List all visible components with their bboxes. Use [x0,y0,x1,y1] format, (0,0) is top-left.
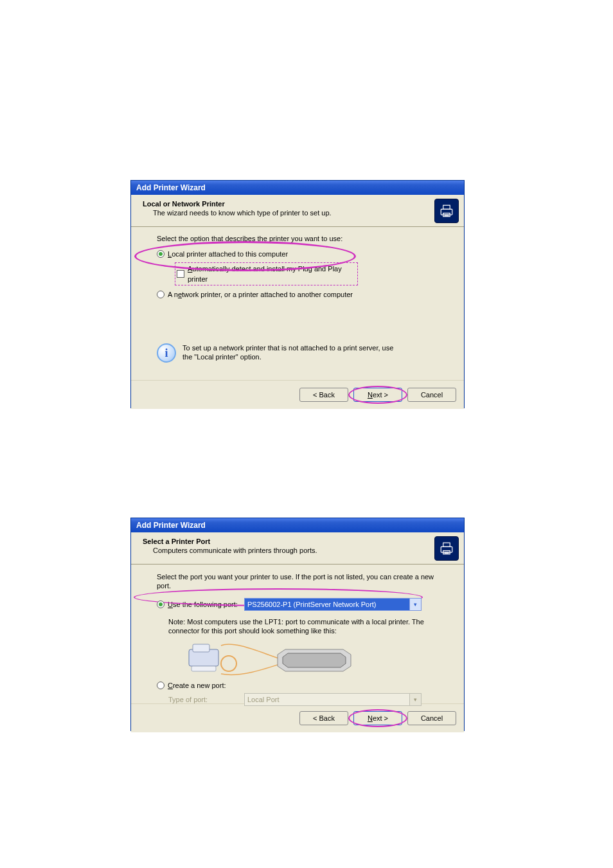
svg-rect-6 [443,543,450,547]
connector-illustration [182,640,375,678]
wizard-header: Local or Network Printer The wizard need… [131,195,464,227]
prompt-text: Select the option that describes the pri… [157,235,445,242]
port-type-dropdown: Local Port ▾ [244,693,422,706]
prompt-text: Select the port you want your printer to… [157,572,440,590]
radio-label: Use the following port: [168,599,238,610]
back-button[interactable]: < Back [299,388,348,402]
titlebar[interactable]: Add Printer Wizard [131,181,464,195]
radio-local-printer[interactable]: Local printer attached to this computer [157,249,445,259]
type-label: Type of port: [168,696,244,703]
wizard-header: Select a Printer Port Computers communic… [131,532,464,565]
svg-rect-5 [441,547,452,552]
port-dropdown[interactable]: PS256002-P1 (PrintServer Network Port) ▾ [244,598,422,611]
port-row: Use the following port: PS256002-P1 (Pri… [157,598,445,611]
radio-icon [157,291,164,298]
radio-network-printer[interactable]: A network printer, or a printer attached… [157,289,445,300]
checkbox-icon [177,270,184,278]
radio-icon [157,250,164,258]
header-title: Local or Network Printer [143,200,458,208]
header-title: Select a Printer Port [143,538,458,545]
printer-icon [434,199,459,223]
svg-rect-0 [441,209,452,215]
info-panel: i To set up a network printer that is no… [157,343,445,363]
cancel-button[interactable]: Cancel [407,711,456,725]
button-row: < Back Next > Cancel [131,380,464,409]
chevron-down-icon: ▾ [409,599,421,610]
svg-rect-11 [193,644,209,652]
dropdown-value: PS256002-P1 (PrintServer Network Port) [247,601,377,608]
next-button[interactable]: Next > [353,388,402,402]
port-type-row: Type of port: Local Port ▾ [168,693,445,706]
opt1-rest: ocal printer attached to this computer [172,250,288,258]
header-subtitle: The wizard needs to know which type of p… [153,209,458,217]
radio-label: Create a new port: [168,680,226,691]
dropdown-value: Local Port [247,696,280,703]
title-text: Add Printer Wizard [136,183,206,192]
svg-rect-12 [191,666,216,671]
wizard-body: Select the option that describes the pri… [131,227,464,380]
wizard-dialog-select-port: Add Printer Wizard Select a Printer Port… [130,518,465,731]
printer-icon [434,536,459,561]
radio-label: Local printer attached to this computer [168,249,288,259]
button-row: < Back Next > Cancel [131,703,464,732]
titlebar[interactable]: Add Printer Wizard [131,518,464,532]
title-text: Add Printer Wizard [136,521,206,530]
wizard-body: Select the port you want your printer to… [131,565,464,703]
radio-use-port[interactable]: Use the following port: [157,599,244,610]
chevron-down-icon: ▾ [409,694,421,705]
info-text: To set up a network printer that is not … [182,343,401,361]
radio-icon [157,601,164,608]
header-subtitle: Computers communicate with printers thro… [153,547,458,554]
radio-icon [157,682,164,689]
checkbox-auto-detect[interactable]: Automatically detect and install my Plug… [175,262,358,285]
svg-point-13 [221,656,236,671]
radio-label: A network printer, or a printer attached… [168,289,353,300]
back-button[interactable]: < Back [299,711,348,725]
radio-create-port[interactable]: Create a new port: [157,680,445,691]
checkbox-label: Automatically detect and install my Plug… [188,264,356,284]
info-icon: i [157,343,176,363]
svg-rect-1 [443,205,450,209]
wizard-dialog-local-network: Add Printer Wizard Local or Network Prin… [130,180,465,408]
note-text: Note: Most computers use the LPT1: port … [168,617,432,635]
next-button[interactable]: Next > [353,711,402,725]
cancel-button[interactable]: Cancel [407,388,456,402]
